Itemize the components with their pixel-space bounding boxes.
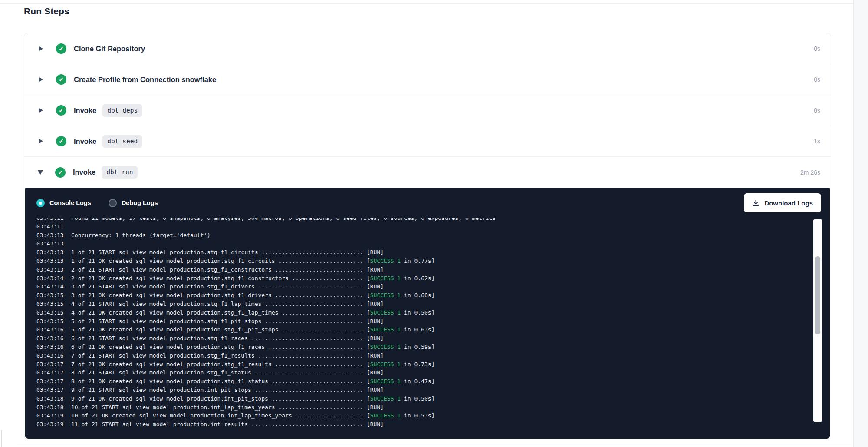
log-timestamp: 03:43:18 [36, 394, 64, 403]
debug-logs-radio[interactable]: Debug Logs [108, 199, 158, 207]
chevron-right-icon[interactable] [39, 46, 43, 51]
log-line: 03:43:131 of 21 START sql view model pro… [36, 248, 773, 257]
run-steps-card: Clone Git Repository0sCreate Profile fro… [24, 33, 831, 440]
log-message: 8 of 21 OK created sql view model produc… [71, 378, 370, 384]
log-timestamp: 03:43:11 [36, 218, 64, 222]
log-message: Found 21 models, 17 tests, 0 snapshots, … [71, 218, 496, 221]
download-icon [752, 199, 760, 207]
log-success-status: SUCCESS 1 [370, 292, 401, 298]
log-message: 3 of 21 START sql view model production.… [71, 283, 370, 290]
download-logs-button[interactable]: Download Logs [744, 193, 821, 212]
log-line: 03:43:13Concurrency: 1 threads (target='… [36, 231, 773, 240]
step-label: Invoke [74, 137, 96, 146]
log-message: 7 of 21 START sql view model production.… [71, 352, 370, 359]
log-message-tail: in 0.73s] [401, 361, 434, 368]
log-line: 03:43:154 of 21 START sql view model pro… [36, 300, 773, 308]
log-success-status: SUCCESS 1 [370, 309, 401, 316]
console-scrollbar-track[interactable] [813, 219, 822, 422]
step-row[interactable]: Clone Git Repository0s [24, 33, 831, 64]
radio-unselected-icon[interactable] [108, 199, 117, 207]
console-log-viewport[interactable]: 03:43:11Found 21 models, 17 tests, 0 sna… [36, 218, 773, 436]
step-label: Create Profile from Connection snowflake [74, 76, 216, 84]
step-command-badge: dbt seed [102, 135, 142, 148]
log-message-tail: RUN] [370, 301, 384, 307]
log-success-status: SUCCESS 1 [370, 395, 401, 402]
log-timestamp: 03:43:17 [36, 377, 64, 386]
log-timestamp: 03:43:14 [36, 274, 64, 283]
chevron-down-icon[interactable] [38, 170, 43, 175]
log-message-tail: in 0.53s] [401, 412, 434, 419]
step-label: Invoke [73, 168, 95, 176]
chevron-right-icon[interactable] [39, 108, 43, 113]
log-success-status: SUCCESS 1 [370, 412, 401, 419]
check-circle-icon [56, 43, 66, 54]
step-duration: 0s [814, 107, 820, 114]
step-duration: 2m 26s [800, 169, 820, 176]
log-message: 4 of 21 START sql view model production.… [71, 301, 370, 307]
log-line: 03:43:1810 of 21 START sql view model pr… [36, 403, 773, 412]
log-message-tail: in 0.47s] [401, 378, 434, 384]
log-timestamp: 03:43:17 [36, 386, 64, 394]
log-line: 03:43:166 of 21 START sql view model pro… [36, 334, 773, 343]
radio-selected-icon[interactable] [36, 199, 45, 207]
log-message: 5 of 21 OK created sql view model produc… [71, 326, 370, 333]
log-line: 03:43:132 of 21 START sql view model pro… [36, 265, 773, 274]
log-message: 10 of 21 START sql view model production… [71, 404, 370, 411]
log-line: 03:43:189 of 21 OK created sql view mode… [36, 394, 773, 403]
log-timestamp: 03:43:13 [36, 265, 64, 274]
log-timestamp: 03:43:17 [36, 360, 64, 369]
log-message-tail: in 0.59s] [401, 344, 434, 350]
log-message: 8 of 21 START sql view model production.… [71, 369, 370, 376]
step-duration: 0s [814, 76, 820, 83]
log-line: 03:43:13 [36, 239, 773, 248]
step-row[interactable]: Invokedbt run2m 26s [24, 157, 831, 188]
log-success-status: SUCCESS 1 [370, 361, 401, 368]
log-message: 7 of 21 OK created sql view model produc… [71, 361, 370, 368]
log-line: 03:43:179 of 21 START sql view model pro… [36, 386, 773, 394]
step-duration: 0s [814, 45, 820, 52]
log-success-status: SUCCESS 1 [370, 378, 401, 384]
log-timestamp: 03:43:11 [36, 222, 64, 231]
console-logs-radio[interactable]: Console Logs [36, 199, 91, 207]
log-timestamp: 03:43:13 [36, 239, 64, 248]
log-success-status: SUCCESS 1 [370, 275, 401, 281]
log-timestamp: 03:43:16 [36, 334, 64, 343]
page-title: Run Steps [24, 6, 69, 17]
log-message: 3 of 21 OK created sql view model produc… [71, 292, 370, 298]
log-line: 03:43:154 of 21 OK created sql view mode… [36, 308, 773, 317]
log-message-tail: RUN] [370, 283, 384, 290]
step-row[interactable]: Create Profile from Connection snowflake… [24, 64, 831, 95]
page-scroll-gutter[interactable] [853, 0, 868, 447]
log-message-tail: RUN] [370, 335, 384, 341]
log-line: 03:43:155 of 21 START sql view model pro… [36, 317, 773, 326]
chevron-right-icon[interactable] [39, 139, 43, 144]
log-timestamp: 03:43:13 [36, 231, 64, 240]
console-scrollbar-thumb[interactable] [815, 256, 820, 334]
check-circle-icon [56, 136, 66, 146]
log-message-tail: RUN] [370, 369, 384, 376]
log-line: 03:43:167 of 21 START sql view model pro… [36, 351, 773, 360]
console-log-panel: Console Logs Debug Logs Download Logs [25, 188, 830, 439]
log-message-tail: in 0.62s] [401, 275, 434, 281]
step-row[interactable]: Invokedbt seed1s [24, 126, 831, 157]
log-message-tail: in 0.60s] [401, 292, 434, 298]
check-circle-icon [56, 105, 66, 116]
log-message-tail: RUN] [370, 387, 384, 393]
debug-logs-label: Debug Logs [122, 199, 158, 206]
log-message-tail: in 0.77s] [401, 258, 434, 264]
log-timestamp: 03:43:16 [36, 343, 64, 351]
step-label: Clone Git Repository [74, 45, 145, 53]
log-line: 03:43:143 of 21 START sql view model pro… [36, 282, 773, 291]
log-line: 03:43:177 of 21 OK created sql view mode… [36, 360, 773, 369]
console-header: Console Logs Debug Logs Download Logs [25, 188, 830, 218]
log-timestamp: 03:43:18 [36, 403, 64, 412]
log-message: 2 of 21 START sql view model production.… [71, 266, 370, 273]
log-timestamp: 03:43:15 [36, 300, 64, 308]
log-message-tail: RUN] [370, 249, 384, 255]
log-message-tail: in 0.63s] [401, 326, 434, 333]
log-timestamp: 03:43:19 [36, 411, 64, 420]
step-row[interactable]: Invokedbt deps0s [24, 95, 831, 126]
chevron-right-icon[interactable] [39, 77, 43, 82]
step-command-badge: dbt run [102, 166, 138, 179]
log-message-tail: RUN] [370, 404, 384, 411]
